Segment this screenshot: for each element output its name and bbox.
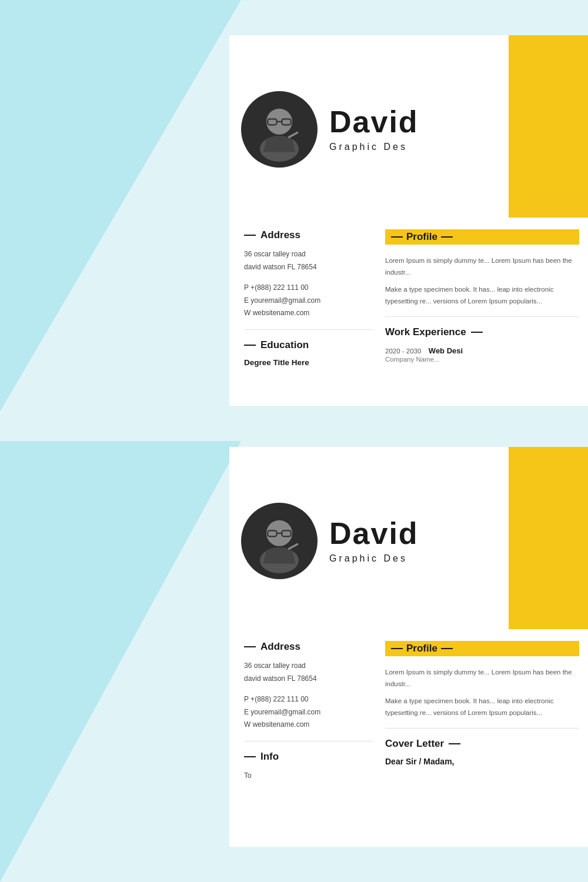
address-content: 36 oscar talley road david watson FL 786… (244, 248, 373, 273)
profile-header-wrapper: Profile (385, 229, 579, 245)
profile-text-1-b: Lorem Ipsum is simply dummy te... Lorem … (385, 667, 579, 690)
right-col-top: Profile Lorem Ipsum is simply dummy te..… (385, 229, 579, 369)
work-role: Web Desi (429, 346, 463, 355)
right-col-bottom: Profile Lorem Ipsum is simply dummy te..… (385, 641, 579, 783)
education-section-title: Education (244, 339, 373, 351)
dash-work-icon (471, 332, 483, 333)
card-header-top: David Graphic Des (229, 35, 588, 218)
avatar-bottom (241, 503, 318, 579)
person-name-top: David (329, 106, 419, 137)
divider-3 (244, 741, 373, 741)
website-text-b: W websitename.com (244, 720, 309, 729)
cover-greeting: Dear Sir / Madam, (385, 757, 579, 766)
person-name-bottom: David (329, 518, 419, 549)
address-content-b: 36 oscar talley road david watson FL 786… (244, 660, 373, 685)
contact-website-b: W websitename.com (244, 719, 373, 731)
address-line2-b: david watson FL 78654 (244, 674, 317, 683)
address-label: Address (260, 229, 300, 241)
card-body-bottom: Address 36 oscar talley road david watso… (229, 629, 588, 794)
dash-yellow-right (441, 236, 453, 238)
divider-2 (385, 316, 579, 317)
email-text-b: E youremail@gmail.com (244, 708, 320, 716)
work-years: 2020 - 2030 (385, 348, 421, 355)
profile-label-b: Profile (406, 643, 437, 654)
dash-yellow-right-b (441, 648, 453, 649)
dash-yellow-left (391, 236, 403, 238)
avatar-icon (247, 97, 312, 162)
avatar-icon-bottom (247, 509, 312, 573)
address-line1: 36 oscar talley road (244, 250, 306, 258)
cover-label: Cover Letter (385, 738, 444, 750)
phone-text: P +(888) 222 111 00 (244, 283, 309, 292)
website-text: W websitename.com (244, 309, 309, 317)
background-triangle-top (0, 0, 241, 412)
email-text: E youremail@gmail.com (244, 296, 320, 305)
address-section-title-b: Address (244, 641, 373, 653)
resume-card-top: David Graphic Des Address 36 oscar talle… (229, 35, 588, 406)
card-header-bottom: David Graphic Des (229, 447, 588, 629)
address-section-title: Address (244, 229, 373, 241)
card-body-top: Address 36 oscar talley road david watso… (229, 218, 588, 381)
dash-icon (244, 235, 256, 236)
resume-card-bottom: David Graphic Des Address 36 oscar talle… (229, 447, 588, 847)
avatar-top (241, 91, 318, 168)
profile-text-2-b: Make a type specimen book. It has... lea… (385, 696, 579, 719)
profile-header-wrapper-b: Profile (385, 641, 579, 656)
work-company: Company Name... (385, 356, 579, 363)
background-triangle-bottom (0, 441, 241, 882)
work-section-title: Work Experience (385, 326, 579, 338)
contact-website: W websitename.com (244, 307, 373, 320)
dash-yellow-left-b (391, 648, 403, 649)
cover-section-title: Cover Letter (385, 738, 579, 750)
info-section-title: Info (244, 751, 373, 763)
divider-1 (244, 329, 373, 330)
name-block-bottom: David Graphic Des (329, 518, 419, 564)
dash-icon-b (244, 646, 256, 647)
info-label: Info (260, 751, 279, 763)
contact-phone: P +(888) 222 111 00 (244, 282, 373, 295)
dash-cover-icon (449, 743, 460, 744)
profile-text-1: Lorem Ipsum is simply dummy te... Lorem … (385, 255, 579, 278)
profile-text-2: Make a type specimen book. It has... lea… (385, 284, 579, 307)
person-title-top: Graphic Des (329, 142, 419, 152)
address-line1-b: 36 oscar talley road (244, 662, 306, 670)
person-title-bottom: Graphic Des (329, 553, 419, 564)
address-line2: david watson FL 78654 (244, 263, 317, 271)
contact-phone-b: P +(888) 222 111 00 (244, 693, 373, 706)
divider-4 (385, 728, 579, 729)
name-block-top: David Graphic Des (329, 106, 419, 152)
education-label: Education (260, 339, 309, 351)
profile-label: Profile (406, 231, 437, 243)
work-label: Work Experience (385, 326, 466, 338)
dash-info-icon (244, 756, 256, 757)
left-col-bottom: Address 36 oscar talley road david watso… (244, 641, 373, 783)
address-label-b: Address (260, 641, 300, 653)
info-content: To (244, 770, 373, 783)
work-item-1: 2020 - 2030 Web Desi Company Name... (385, 345, 579, 363)
left-col-top: Address 36 oscar talley road david watso… (244, 229, 373, 369)
degree-title: Degree Title Here (244, 358, 373, 367)
contact-email-b: E youremail@gmail.com (244, 706, 373, 719)
phone-text-b: P +(888) 222 111 00 (244, 695, 309, 703)
contact-email: E youremail@gmail.com (244, 295, 373, 308)
dash-edu-icon (244, 345, 256, 346)
